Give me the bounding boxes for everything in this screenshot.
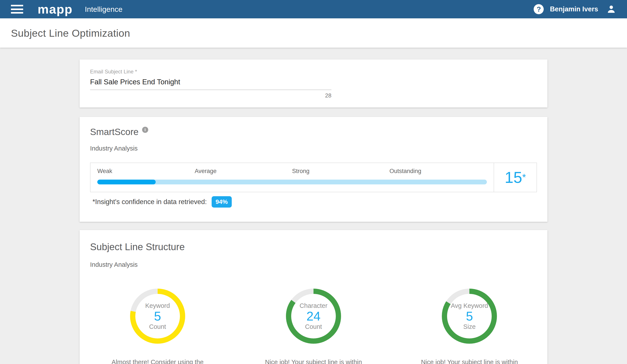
metric-value: 5 <box>466 309 473 323</box>
score-progress-fill <box>97 180 156 184</box>
structure-title: Subject Line Structure <box>90 241 185 252</box>
confidence-text: *Insight's confidence in data retrieved: <box>93 198 207 206</box>
metric-bottom-label: Size <box>463 323 475 330</box>
metric-message: Nice job! Your subject line is within <box>421 358 518 364</box>
metric-value: 24 <box>307 309 321 323</box>
subject-line-structure-card: Subject Line Structure Industry Analysis… <box>80 230 547 364</box>
subject-line-input[interactable] <box>90 75 331 90</box>
page-title: Subject Line Optimization <box>11 27 130 39</box>
user-avatar-icon[interactable] <box>606 4 616 14</box>
scale-label-outstanding: Outstanding <box>390 168 421 175</box>
subject-line-optimization-page: mapp Intelligence ? Benjamin Ivers Subje… <box>0 0 627 364</box>
metric-top-label: Keyword <box>145 302 170 309</box>
metric-value: 5 <box>154 309 161 323</box>
metric-bottom-label: Count <box>149 323 166 330</box>
score-progress-track <box>97 180 487 184</box>
subject-line-input-label: Email Subject Line * <box>90 69 137 75</box>
metric-top-label: Character <box>300 302 327 309</box>
metric-message: Nice job! Your subject line is within <box>265 358 362 364</box>
metric-keyword-count: Keyword 5 Count Almost there! Consider u… <box>80 289 235 364</box>
page-title-bar: Subject Line Optimization <box>0 18 627 48</box>
metric-avg-keyword-size: Avg Keyword 5 Size Nice job! Your subjec… <box>392 289 547 364</box>
metric-message: Almost there! Consider using the <box>111 358 204 364</box>
help-icon[interactable]: ? <box>534 4 544 14</box>
score-scale-labels: Weak Average Strong Outstanding <box>97 168 487 175</box>
top-navigation-bar: mapp Intelligence ? Benjamin Ivers <box>0 0 627 18</box>
scale-label-average: Average <box>195 168 217 175</box>
hamburger-menu-icon[interactable] <box>11 5 23 13</box>
product-name: Intelligence <box>85 5 122 13</box>
character-counter: 28 <box>90 92 331 99</box>
metric-bottom-label: Count <box>305 323 322 330</box>
smartscore-title: SmartScorei <box>90 127 148 137</box>
smartscore-title-text: SmartScore <box>90 127 139 137</box>
user-name[interactable]: Benjamin Ivers <box>550 5 598 13</box>
smartscore-card: SmartScorei Industry Analysis Weak Avera… <box>80 117 547 222</box>
mapp-logo[interactable]: mapp <box>38 0 73 18</box>
scale-label-strong: Strong <box>292 168 310 175</box>
smartscore-scale-panel: Weak Average Strong Outstanding 15* <box>90 163 537 192</box>
confidence-badge: 94% <box>212 196 232 208</box>
structure-subtitle: Industry Analysis <box>90 261 138 268</box>
scale-label-weak: Weak <box>97 168 112 175</box>
info-icon[interactable]: i <box>142 127 148 133</box>
metric-character-count: Character 24 Count Nice job! Your subjec… <box>235 289 391 364</box>
metric-top-label: Avg Keyword <box>451 302 488 309</box>
score-value-cell: 15* <box>494 163 536 192</box>
score-asterisk: * <box>522 172 526 183</box>
score-value: 15 <box>505 169 522 186</box>
subject-line-input-card: Email Subject Line * 28 Email Distributi… <box>80 59 547 107</box>
confidence-row: *Insight's confidence in data retrieved:… <box>93 196 232 208</box>
smartscore-subtitle: Industry Analysis <box>90 145 138 152</box>
